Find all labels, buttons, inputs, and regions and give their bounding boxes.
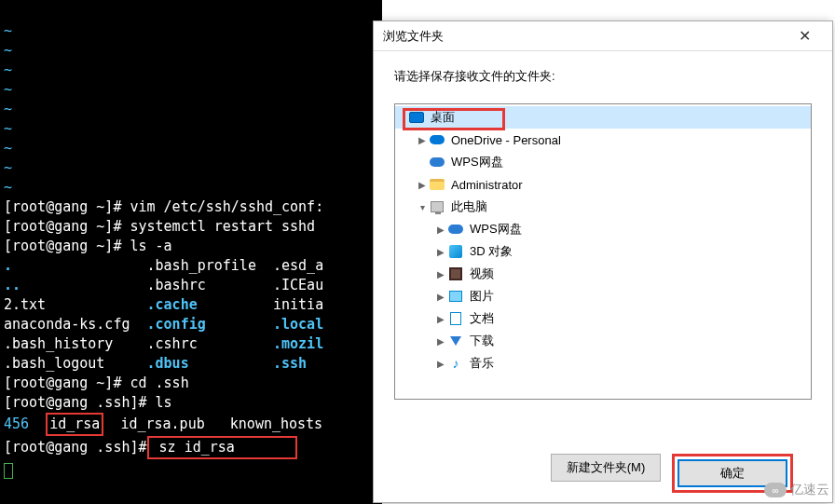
- cmd-ls: ls -a: [121, 238, 171, 254]
- ls2-pub: id_rsa.pub: [120, 415, 204, 432]
- titlebar[interactable]: 浏览文件夹 ✕: [374, 21, 832, 51]
- tilde-line: ~: [4, 81, 12, 98]
- tree-label: 视频: [470, 266, 494, 282]
- expand-icon[interactable]: ▶: [434, 359, 447, 369]
- tilde-line: ~: [4, 22, 12, 39]
- ls2-idrsa: id_rsa: [49, 415, 100, 432]
- music-icon: ♪: [447, 355, 464, 372]
- expand-icon[interactable]: ▶: [416, 180, 429, 190]
- folder-tree[interactable]: 桌面 ▶ OneDrive - Personal WPS网盘 ▶ Adminis…: [394, 103, 812, 400]
- tree-label: OneDrive - Personal: [451, 133, 561, 147]
- ls2-456: 456: [4, 415, 29, 432]
- browse-folder-dialog: 浏览文件夹 ✕ 请选择保存接收文件的文件夹: 桌面 ▶ OneDrive - P…: [373, 20, 833, 503]
- prompt: [root@gang ~]#: [4, 218, 121, 235]
- ls-local: .local: [273, 316, 323, 333]
- ls-bashlogout: .bash_logout: [4, 355, 104, 372]
- highlight-sz: sz id_rsa: [147, 436, 298, 459]
- cmd-systemctl: systemctl restart sshd: [121, 218, 315, 235]
- tilde-line: ~: [4, 120, 12, 137]
- tilde-line: ~: [4, 159, 12, 176]
- doc-icon: [447, 310, 464, 327]
- watermark: ∞ 亿速云: [764, 482, 829, 498]
- tree-thispc[interactable]: ▾ 此电脑: [395, 196, 811, 218]
- tree-label: 此电脑: [451, 198, 487, 215]
- tree-desktop[interactable]: 桌面: [395, 106, 811, 129]
- prompt: [root@gang ~]#: [4, 198, 121, 215]
- tree-music[interactable]: ▶ ♪ 音乐: [395, 352, 811, 375]
- expand-icon[interactable]: ▶: [416, 135, 429, 145]
- cloud-icon: [447, 221, 464, 238]
- cursor: [4, 463, 13, 479]
- tree-downloads[interactable]: ▶ 下载: [395, 330, 811, 352]
- ls-dbus: .dbus: [147, 355, 189, 372]
- close-button[interactable]: ✕: [786, 27, 823, 45]
- expand-icon[interactable]: ▶: [434, 292, 447, 302]
- tree-label: WPS网盘: [451, 154, 503, 170]
- tilde-line: ~: [4, 42, 12, 59]
- tilde-line: ~: [4, 61, 12, 78]
- tree-admin[interactable]: ▶ Administrator: [395, 173, 811, 196]
- collapse-icon[interactable]: ▾: [416, 202, 429, 212]
- tree-3d[interactable]: ▶ 3D 对象: [395, 240, 811, 263]
- ls-cache: .cache: [147, 296, 198, 313]
- expand-icon[interactable]: ▶: [434, 314, 447, 324]
- ls-esd: .esd_a: [273, 257, 323, 274]
- terminal[interactable]: ~ ~ ~ ~ ~ ~ ~ ~ ~ [root@gang ~]# vim /et…: [0, 0, 382, 504]
- prompt: [root@gang .ssh]#: [4, 394, 147, 411]
- tree-label: 桌面: [431, 109, 455, 126]
- ls-ssh: .ssh: [273, 355, 307, 372]
- ls-cshrc: .cshrc: [147, 335, 198, 352]
- watermark-icon: ∞: [764, 483, 787, 497]
- tree-wps2[interactable]: ▶ WPS网盘: [395, 218, 811, 240]
- ls-initi: initia: [273, 296, 323, 313]
- ls-ice: .ICEau: [273, 277, 323, 293]
- pc-icon: [429, 198, 445, 215]
- tree-label: WPS网盘: [470, 221, 522, 238]
- folder-icon: [429, 176, 445, 193]
- button-label: 确定: [720, 465, 745, 482]
- tree-video[interactable]: ▶ 视频: [395, 263, 811, 285]
- expand-icon[interactable]: ▶: [434, 269, 447, 279]
- download-icon: [447, 333, 464, 349]
- tree-label: Administrator: [451, 178, 523, 192]
- cmd-sz: sz id_rsa: [151, 439, 235, 456]
- button-label: 新建文件夹(M): [567, 459, 646, 476]
- ls-dotdot: ..: [4, 277, 21, 293]
- instruction-text: 请选择保存接收文件的文件夹:: [374, 51, 832, 94]
- cloud-icon: [429, 154, 445, 170]
- video-icon: [447, 266, 464, 282]
- tilde-line: ~: [4, 179, 12, 196]
- expand-icon[interactable]: ▶: [434, 336, 447, 347]
- desktop-icon: [408, 109, 425, 126]
- cmd-vim: vim /etc/ssh/sshd_conf:: [121, 198, 323, 215]
- tree-label: 3D 对象: [470, 243, 513, 260]
- tree-label: 文档: [470, 310, 494, 327]
- 3d-icon: [447, 243, 464, 260]
- tree-wps[interactable]: WPS网盘: [395, 151, 811, 173]
- prompt: [root@gang ~]#: [4, 238, 121, 254]
- expand-icon[interactable]: ▶: [434, 247, 447, 257]
- ls-2txt: 2.txt: [4, 296, 46, 313]
- ls-config: .config: [147, 316, 206, 333]
- picture-icon: [447, 288, 464, 305]
- tree-pictures[interactable]: ▶ 图片: [395, 285, 811, 307]
- new-folder-button[interactable]: 新建文件夹(M): [551, 454, 661, 482]
- tilde-line: ~: [4, 140, 12, 157]
- watermark-text: 亿速云: [790, 482, 829, 498]
- ls-anaconda: anaconda-ks.cfg: [4, 316, 130, 333]
- tree-label: 下载: [470, 333, 494, 349]
- ls-bash-profile: .bash_profile: [147, 257, 256, 274]
- dialog-title: 浏览文件夹: [383, 28, 786, 45]
- cmd-ls2: ls: [147, 394, 172, 411]
- highlight-idrsa: id_rsa: [46, 413, 103, 436]
- ls-bashrc: .bashrc: [147, 277, 206, 293]
- cloud-icon: [429, 131, 445, 148]
- prompt: [root@gang .ssh]#: [4, 439, 147, 456]
- tree-docs[interactable]: ▶ 文档: [395, 307, 811, 330]
- tree-onedrive[interactable]: ▶ OneDrive - Personal: [395, 129, 811, 151]
- tree-label: 音乐: [470, 355, 494, 372]
- tree-label: 图片: [470, 288, 494, 305]
- expand-icon[interactable]: ▶: [434, 225, 447, 235]
- tilde-line: ~: [4, 101, 12, 117]
- ls2-known: known_hosts: [230, 415, 322, 432]
